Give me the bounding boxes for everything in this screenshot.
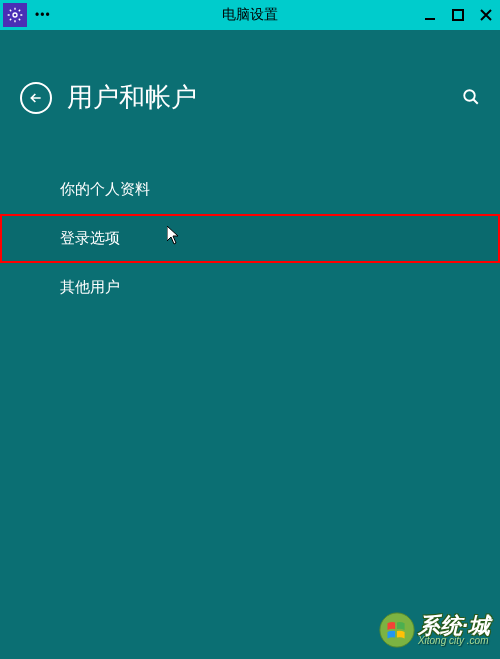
menu-item-label: 你的个人资料: [60, 180, 150, 197]
search-button[interactable]: [462, 88, 480, 110]
cursor-icon: [167, 226, 183, 249]
close-button[interactable]: [472, 0, 500, 30]
page-title: 用户和帐户: [67, 80, 197, 115]
menu-item-profile[interactable]: 你的个人资料: [0, 165, 500, 214]
content-area: 用户和帐户 你的个人资料 登录选项 其他用户: [0, 30, 500, 659]
menu-item-label: 登录选项: [60, 229, 120, 246]
settings-menu: 你的个人资料 登录选项 其他用户: [0, 165, 500, 312]
menu-item-other-users[interactable]: 其他用户: [0, 263, 500, 312]
page-header: 用户和帐户: [0, 80, 500, 115]
watermark-logo-icon: [378, 611, 416, 649]
svg-point-3: [464, 90, 475, 101]
watermark-sub-text: Xitong city .com: [418, 635, 489, 646]
watermark-main-text: 系统·城: [418, 615, 490, 637]
svg-rect-2: [453, 10, 463, 20]
menu-item-label: 其他用户: [60, 278, 120, 295]
svg-rect-1: [425, 18, 435, 20]
watermark-text: 系统·城 Xitong city .com: [418, 615, 490, 646]
window-title: 电脑设置: [222, 6, 278, 24]
back-button[interactable]: [20, 82, 52, 114]
titlebar: ••• 电脑设置: [0, 0, 500, 30]
svg-point-4: [380, 613, 414, 647]
settings-app-icon: [3, 3, 27, 27]
svg-point-0: [13, 13, 17, 17]
minimize-button[interactable]: [416, 0, 444, 30]
maximize-button[interactable]: [444, 0, 472, 30]
watermark: 系统·城 Xitong city .com: [378, 611, 490, 649]
titlebar-menu-dots[interactable]: •••: [35, 8, 51, 22]
menu-item-signin-options[interactable]: 登录选项: [0, 214, 500, 263]
window-controls: [416, 0, 500, 30]
